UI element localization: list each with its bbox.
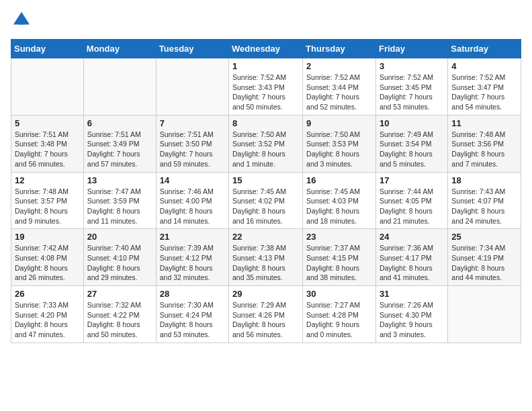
week-row-1: 1Sunrise: 7:52 AMSunset: 3:43 PMDaylight… [11, 58, 521, 116]
day-detail: Sunrise: 7:34 AMSunset: 4:19 PMDaylight:… [451, 243, 517, 283]
day-cell: 23Sunrise: 7:37 AMSunset: 4:15 PMDayligh… [303, 229, 376, 286]
day-detail: Sunrise: 7:37 AMSunset: 4:15 PMDaylight:… [306, 243, 372, 283]
calendar-table: SundayMondayTuesdayWednesdayThursdayFrid… [11, 39, 521, 343]
day-cell: 4Sunrise: 7:52 AMSunset: 3:47 PMDaylight… [448, 58, 521, 116]
day-cell: 16Sunrise: 7:45 AMSunset: 4:03 PMDayligh… [303, 172, 376, 229]
day-cell: 22Sunrise: 7:38 AMSunset: 4:13 PMDayligh… [229, 229, 303, 286]
day-cell: 9Sunrise: 7:50 AMSunset: 3:53 PMDaylight… [303, 115, 376, 172]
day-number: 30 [306, 289, 372, 299]
day-detail: Sunrise: 7:45 AMSunset: 4:02 PMDaylight:… [232, 187, 299, 226]
day-cell: 11Sunrise: 7:48 AMSunset: 3:56 PMDayligh… [448, 115, 521, 172]
day-detail: Sunrise: 7:52 AMSunset: 3:47 PMDaylight:… [451, 73, 517, 112]
day-detail: Sunrise: 7:32 AMSunset: 4:22 PMDaylight:… [87, 300, 152, 340]
day-number: 7 [160, 118, 225, 128]
day-cell: 21Sunrise: 7:39 AMSunset: 4:12 PMDayligh… [156, 229, 228, 286]
day-number: 20 [87, 232, 152, 242]
day-detail: Sunrise: 7:46 AMSunset: 4:00 PMDaylight:… [160, 187, 225, 226]
header-cell-monday: Monday [83, 40, 156, 58]
day-detail: Sunrise: 7:51 AMSunset: 3:49 PMDaylight:… [87, 130, 152, 169]
day-detail: Sunrise: 7:51 AMSunset: 3:50 PMDaylight:… [160, 130, 225, 169]
day-cell: 7Sunrise: 7:51 AMSunset: 3:50 PMDaylight… [156, 115, 228, 172]
header-cell-tuesday: Tuesday [156, 40, 228, 58]
day-cell [11, 58, 84, 116]
day-number: 8 [232, 118, 299, 128]
header-cell-sunday: Sunday [11, 40, 84, 58]
day-cell: 24Sunrise: 7:36 AMSunset: 4:17 PMDayligh… [375, 229, 447, 286]
day-cell: 1Sunrise: 7:52 AMSunset: 3:43 PMDaylight… [229, 58, 303, 116]
day-cell: 25Sunrise: 7:34 AMSunset: 4:19 PMDayligh… [448, 229, 521, 286]
day-number: 19 [15, 232, 80, 242]
day-number: 11 [451, 118, 517, 128]
day-number: 1 [232, 61, 299, 71]
logo-icon [12, 11, 31, 30]
day-cell: 28Sunrise: 7:30 AMSunset: 4:24 PMDayligh… [156, 286, 228, 343]
day-cell [448, 286, 521, 343]
day-detail: Sunrise: 7:48 AMSunset: 3:56 PMDaylight:… [451, 130, 517, 169]
day-detail: Sunrise: 7:42 AMSunset: 4:08 PMDaylight:… [15, 243, 80, 283]
day-detail: Sunrise: 7:29 AMSunset: 4:26 PMDaylight:… [232, 300, 299, 340]
day-cell: 6Sunrise: 7:51 AMSunset: 3:49 PMDaylight… [83, 115, 156, 172]
day-number: 5 [15, 118, 80, 128]
day-cell: 14Sunrise: 7:46 AMSunset: 4:00 PMDayligh… [156, 172, 228, 229]
day-cell: 5Sunrise: 7:51 AMSunset: 3:48 PMDaylight… [11, 115, 84, 172]
day-cell [156, 58, 228, 116]
header-cell-wednesday: Wednesday [229, 40, 303, 58]
day-cell: 19Sunrise: 7:42 AMSunset: 4:08 PMDayligh… [11, 229, 84, 286]
day-detail: Sunrise: 7:45 AMSunset: 4:03 PMDaylight:… [306, 187, 372, 226]
day-number: 9 [306, 118, 372, 128]
day-number: 23 [306, 232, 372, 242]
day-detail: Sunrise: 7:49 AMSunset: 3:54 PMDaylight:… [380, 130, 444, 169]
day-cell: 18Sunrise: 7:43 AMSunset: 4:07 PMDayligh… [448, 172, 521, 229]
day-number: 17 [380, 175, 444, 185]
day-number: 16 [306, 175, 372, 185]
day-number: 29 [232, 289, 299, 299]
week-row-2: 5Sunrise: 7:51 AMSunset: 3:48 PMDaylight… [11, 115, 521, 172]
day-detail: Sunrise: 7:51 AMSunset: 3:48 PMDaylight:… [15, 130, 80, 169]
header-cell-saturday: Saturday [448, 40, 521, 58]
day-number: 25 [451, 232, 517, 242]
header-row: SundayMondayTuesdayWednesdayThursdayFrid… [11, 40, 521, 58]
day-number: 4 [451, 61, 517, 71]
header-cell-thursday: Thursday [303, 40, 376, 58]
day-number: 13 [87, 175, 152, 185]
day-number: 10 [380, 118, 444, 128]
day-detail: Sunrise: 7:48 AMSunset: 3:57 PMDaylight:… [15, 187, 80, 226]
logo [11, 11, 34, 32]
day-cell: 27Sunrise: 7:32 AMSunset: 4:22 PMDayligh… [83, 286, 156, 343]
day-cell: 12Sunrise: 7:48 AMSunset: 3:57 PMDayligh… [11, 172, 84, 229]
day-number: 3 [380, 61, 444, 71]
week-row-3: 12Sunrise: 7:48 AMSunset: 3:57 PMDayligh… [11, 172, 521, 229]
day-cell: 3Sunrise: 7:52 AMSunset: 3:45 PMDaylight… [375, 58, 447, 116]
day-detail: Sunrise: 7:52 AMSunset: 3:43 PMDaylight:… [232, 73, 299, 112]
day-detail: Sunrise: 7:52 AMSunset: 3:44 PMDaylight:… [306, 73, 372, 112]
day-number: 15 [232, 175, 299, 185]
day-cell: 10Sunrise: 7:49 AMSunset: 3:54 PMDayligh… [375, 115, 447, 172]
day-number: 24 [380, 232, 444, 242]
day-number: 28 [160, 289, 225, 299]
day-number: 31 [380, 289, 444, 299]
day-detail: Sunrise: 7:52 AMSunset: 3:45 PMDaylight:… [380, 73, 444, 112]
week-row-5: 26Sunrise: 7:33 AMSunset: 4:20 PMDayligh… [11, 286, 521, 343]
day-cell: 29Sunrise: 7:29 AMSunset: 4:26 PMDayligh… [229, 286, 303, 343]
svg-rect-1 [18, 19, 24, 24]
day-number: 12 [15, 175, 80, 185]
day-cell [83, 58, 156, 116]
day-cell: 30Sunrise: 7:27 AMSunset: 4:28 PMDayligh… [303, 286, 376, 343]
week-row-4: 19Sunrise: 7:42 AMSunset: 4:08 PMDayligh… [11, 229, 521, 286]
day-detail: Sunrise: 7:36 AMSunset: 4:17 PMDaylight:… [380, 243, 444, 283]
day-number: 22 [232, 232, 299, 242]
day-detail: Sunrise: 7:50 AMSunset: 3:53 PMDaylight:… [306, 130, 372, 169]
day-detail: Sunrise: 7:27 AMSunset: 4:28 PMDaylight:… [306, 300, 372, 340]
day-number: 18 [451, 175, 517, 185]
day-number: 6 [87, 118, 152, 128]
day-detail: Sunrise: 7:38 AMSunset: 4:13 PMDaylight:… [232, 243, 299, 283]
day-cell: 15Sunrise: 7:45 AMSunset: 4:02 PMDayligh… [229, 172, 303, 229]
day-number: 14 [160, 175, 225, 185]
day-number: 21 [160, 232, 225, 242]
day-cell: 8Sunrise: 7:50 AMSunset: 3:52 PMDaylight… [229, 115, 303, 172]
day-cell: 13Sunrise: 7:47 AMSunset: 3:59 PMDayligh… [83, 172, 156, 229]
day-detail: Sunrise: 7:30 AMSunset: 4:24 PMDaylight:… [160, 300, 225, 340]
header-cell-friday: Friday [375, 40, 447, 58]
day-number: 26 [15, 289, 80, 299]
page-header [11, 11, 521, 32]
